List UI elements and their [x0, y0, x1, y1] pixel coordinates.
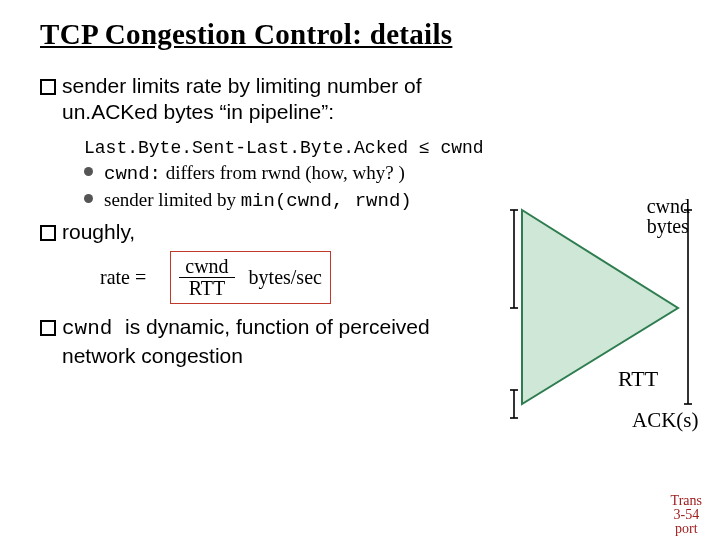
bullet-1-text: sender limits rate by limiting number of… [62, 74, 421, 123]
bullet-2-text: roughly, [62, 220, 135, 243]
cwnd-rtt-diagram: cwndbytes RTT ACK(s) [504, 190, 720, 450]
ack-label: ACK(s) [632, 408, 699, 433]
slide-title: TCP Congestion Control: details [40, 18, 696, 51]
code-line: Last.Byte.Sent-Last.Byte.Acked ≤ cwnd [40, 136, 500, 160]
rate-equals: rate = [100, 266, 170, 289]
bullet-2: roughly, [40, 219, 500, 245]
rate-fraction: cwnd RTT [179, 256, 234, 299]
sub-bullet-2: sender limited by min(cwnd, rwnd) [84, 187, 500, 215]
slide-footer: Trans 3-54 port [671, 494, 702, 536]
cwnd-bytes-label: cwndbytes [647, 196, 690, 236]
rate-units: bytes/sec [235, 266, 322, 289]
bullet-1: sender limits rate by limiting number of… [40, 73, 500, 126]
sub-bullet-1: cwnd: differs from rwnd (how, why? ) [84, 160, 500, 188]
rate-box: cwnd RTT bytes/sec [170, 251, 331, 304]
bullet-3: cwnd is dynamic, function of perceived n… [40, 314, 500, 369]
rtt-label: RTT [618, 366, 658, 392]
